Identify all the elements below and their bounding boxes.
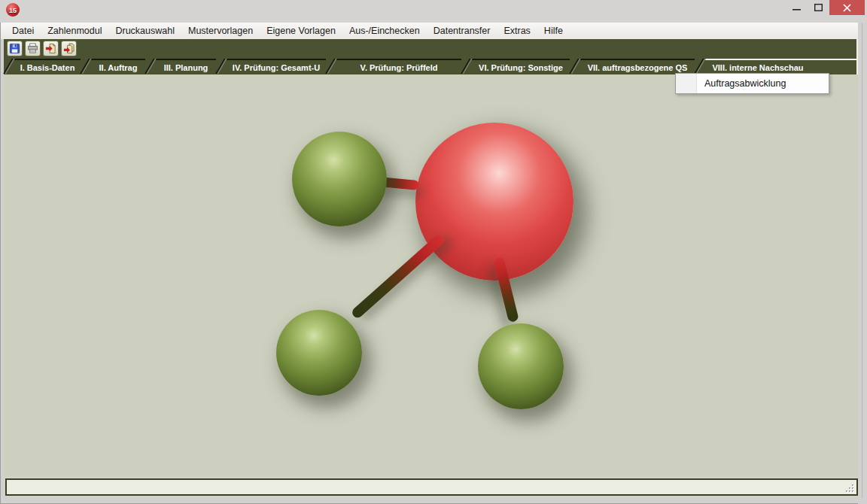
- minimize-button[interactable]: [786, 0, 808, 15]
- molecule-satellite-sphere: [276, 310, 362, 396]
- tab-pruefung-sonstige[interactable]: VI. Prüfung: Sonstige: [472, 59, 570, 74]
- molecule-center-sphere: [415, 123, 573, 281]
- content-area: [4, 74, 858, 476]
- molecule-satellite-sphere: [292, 132, 387, 226]
- menu-item-zahlenmodul[interactable]: Zahlenmodul: [41, 23, 108, 39]
- title-bar[interactable]: 15: [0, 0, 867, 23]
- status-bar: [5, 478, 858, 496]
- menu-item-datei[interactable]: Datei: [5, 23, 41, 39]
- menu-item-extras[interactable]: Extras: [497, 23, 537, 39]
- tab-bar-filler: [811, 59, 856, 74]
- tab-separator: [461, 59, 472, 74]
- tab-separator: [695, 59, 705, 74]
- tab-planung[interactable]: III. Planung: [156, 59, 216, 74]
- molecule-bond: [350, 233, 446, 320]
- tab-basis-daten[interactable]: I. Basis-Daten: [14, 59, 81, 74]
- menu-item-aus-einchecken[interactable]: Aus-/Einchecken: [342, 23, 427, 39]
- maximize-button[interactable]: [808, 0, 829, 15]
- close-icon: [843, 4, 851, 12]
- tab-auftragsbezogene-qs[interactable]: VII. auftragsbezogene QS: [580, 59, 695, 74]
- tab-separator: [216, 59, 227, 74]
- close-button[interactable]: [829, 0, 865, 15]
- tab-dropdown-menu: Auftragsabwicklung: [675, 73, 829, 94]
- app-window: 15 Datei Zahlenmodul Druckauswahl Muster…: [0, 0, 867, 504]
- menu-bar: Datei Zahlenmodul Druckauswahl Mustervor…: [1, 23, 866, 39]
- app-logo-icon: 15: [6, 3, 20, 17]
- tab-pruefung-prueffeld[interactable]: V. Prüfung: Prüffeld: [336, 59, 461, 74]
- check-in-button[interactable]: [61, 41, 77, 56]
- tab-bar: I. Basis-Daten II. Auftrag III. Planung …: [4, 57, 858, 74]
- check-out-button[interactable]: [43, 41, 59, 56]
- floppy-disk-icon: [9, 43, 20, 54]
- tab-separator: [4, 59, 14, 74]
- save-button[interactable]: [7, 41, 23, 56]
- menu-item-eigene-vorlagen[interactable]: Eigene Vorlagen: [260, 23, 342, 39]
- print-button[interactable]: [25, 41, 41, 56]
- tab-separator: [81, 59, 91, 74]
- resize-grip[interactable]: [844, 483, 855, 493]
- menu-item-mustervorlagen[interactable]: Mustervorlagen: [181, 23, 260, 39]
- window-controls: [786, 0, 865, 15]
- menu-item-auftragsabwicklung[interactable]: Auftragsabwicklung: [676, 74, 829, 93]
- tab-interne-nachschau[interactable]: VIII. interne Nachschau: [705, 59, 811, 74]
- tab-separator: [570, 59, 580, 74]
- molecule-satellite-sphere: [478, 323, 564, 409]
- window-frame-right: [858, 23, 867, 504]
- app-logo-label: 15: [9, 7, 17, 14]
- menu-item-hilfe[interactable]: Hilfe: [537, 23, 570, 39]
- toolbar: [4, 39, 858, 57]
- tab-pruefung-gesamt-u[interactable]: IV. Prüfung: Gesamt-U: [227, 59, 326, 74]
- tab-auftrag[interactable]: II. Auftrag: [91, 59, 145, 74]
- printer-icon: [27, 43, 38, 54]
- maximize-icon: [814, 4, 823, 11]
- documents-red-arrow-icon: [63, 43, 75, 54]
- resize-grip-icon: [844, 484, 855, 493]
- minimize-icon: [792, 4, 801, 11]
- tab-separator: [145, 59, 156, 74]
- menu-item-datentransfer[interactable]: Datentransfer: [427, 23, 497, 39]
- tab-separator: [326, 59, 336, 74]
- document-red-arrow-icon: [45, 43, 56, 54]
- menu-item-druckauswahl[interactable]: Druckauswahl: [108, 23, 181, 39]
